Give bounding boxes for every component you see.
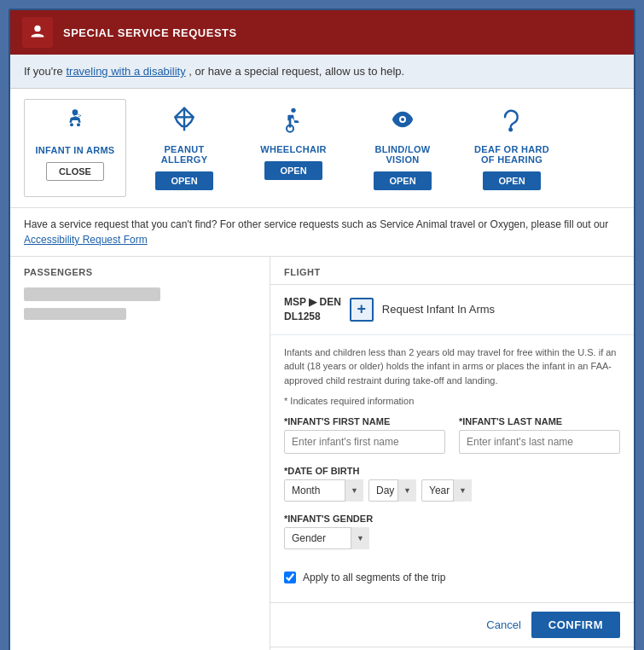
flight-route-1: MSP ▶ DEN DL1258 [284,295,341,324]
first-name-label: *INFANT'S FIRST NAME [284,416,445,427]
person-service-icon [28,23,47,42]
info-bar-text-before: If you're [24,65,66,78]
modal-header: SPECIAL SERVICE REQUESTS [10,10,634,55]
svg-text:<>: <> [73,112,82,119]
blind-low-vision-icon [389,106,416,139]
service-item-blind-low-vision[interactable]: BLIND/LOW VISION OPEN [351,99,454,197]
wheelchair-icon [280,106,307,139]
passenger-name-1 [24,287,160,301]
blind-low-vision-label: BLIND/LOW VISION [358,144,447,165]
gender-group: *INFANT'S GENDER Gender Male Female ▼ [284,514,620,549]
modal-title: SPECIAL SERVICE REQUESTS [63,26,237,39]
first-name-input[interactable] [284,430,445,454]
last-name-group: *INFANT'S LAST NAME [459,416,620,454]
apply-all-checkbox[interactable] [284,572,296,583]
apply-all-row: Apply to all segments of the trip [284,563,620,592]
service-item-deaf-hard-of-hearing[interactable]: DEAF OR HARD OF HEARING OPEN [461,99,563,197]
accessibility-note: Have a service request that you can't fi… [10,208,634,257]
dob-label: *DATE OF BIRTH [284,466,620,476]
wheelchair-label: WHEELCHAIR [260,144,327,154]
info-bar: If you're traveling with a disability , … [10,55,634,89]
passenger-name-2 [24,308,126,320]
passengers-panel: PASSENGERS [10,257,270,650]
flight-panel-title: FLIGHT [270,257,634,285]
svg-point-3 [77,123,80,126]
year-select-wrapper: Year ▼ [421,479,472,502]
month-select-wrapper: Month January February March April May J… [284,479,363,502]
infant-info-text: Infants and children less than 2 years o… [284,345,620,388]
flight-segment-1-add-button[interactable]: + [350,298,374,322]
gender-select-wrapper: Gender Male Female ▼ [284,527,369,549]
gender-select[interactable]: Gender Male Female [284,527,369,549]
confirm-button[interactable]: CONFIRM [531,612,620,638]
modal-container: SPECIAL SERVICE REQUESTS If you're trave… [9,9,635,650]
dob-row: Month January February March April May J… [284,479,620,502]
day-select-wrapper: Day ▼ [368,479,416,502]
service-item-infant-in-arms[interactable]: <> INFANT IN ARMS CLOSE [24,99,126,197]
svg-point-10 [401,118,404,121]
name-row: *INFANT'S FIRST NAME *INFANT'S LAST NAME [284,416,620,454]
accessibility-note-text: Have a service request that you can't fi… [24,218,608,230]
svg-point-2 [70,123,73,126]
svg-point-0 [34,26,40,32]
flight-segment-1-header: MSP ▶ DEN DL1258 + Request Infant In Arm… [270,285,634,335]
infant-in-arms-icon: <> [61,107,89,140]
deaf-hard-of-hearing-label: DEAF OR HARD OF HEARING [467,144,556,165]
disability-link[interactable]: traveling with a disability [66,65,185,78]
info-bar-text-after: , or have a special request, allow us to… [186,65,405,78]
wheelchair-open-button[interactable]: OPEN [264,161,322,180]
accessibility-request-form-link[interactable]: Accessibility Request Form [24,234,148,246]
day-select[interactable]: Day [368,479,416,502]
flight-segment-1: MSP ▶ DEN DL1258 + Request Infant In Arm… [270,285,634,647]
apply-all-label: Apply to all segments of the trip [303,572,445,583]
gender-label: *INFANT'S GENDER [284,514,620,524]
blind-low-vision-open-button[interactable]: OPEN [374,171,431,190]
passengers-panel-title: PASSENGERS [24,267,256,277]
flight-arrow-1: ▶ [309,296,316,308]
deaf-hard-of-hearing-open-button[interactable]: OPEN [483,171,540,190]
year-select[interactable]: Year [421,479,472,502]
peanut-allergy-label: PEANUT ALLERGY [140,144,229,165]
dob-group: *DATE OF BIRTH Month January February Ma… [284,466,620,502]
service-item-wheelchair[interactable]: WHEELCHAIR OPEN [242,99,345,197]
cancel-button[interactable]: Cancel [486,618,520,631]
infant-in-arms-label: INFANT IN ARMS [35,145,114,155]
flight-segment-1-request-label: Request Infant In Arms [382,303,495,316]
form-actions: Cancel CONFIRM [270,602,634,647]
service-item-peanut-allergy[interactable]: PEANUT ALLERGY OPEN [133,99,235,197]
month-select[interactable]: Month January February March April May J… [284,479,363,502]
flight-panel: FLIGHT MSP ▶ DEN DL1258 + Request Infant… [270,257,634,650]
header-icon-container [22,17,53,48]
infant-in-arms-close-button[interactable]: CLOSE [46,162,104,181]
svg-point-7 [291,108,295,113]
last-name-label: *INFANT'S LAST NAME [459,416,620,427]
peanut-allergy-icon [171,106,198,139]
infant-form: Infants and children less than 2 years o… [270,335,634,603]
first-name-group: *INFANT'S FIRST NAME [284,416,445,454]
svg-point-11 [509,129,512,131]
required-note: * Indicates required information [284,396,620,406]
service-icons-row: <> INFANT IN ARMS CLOSE PEANUT ALLERGY O… [10,89,634,208]
deaf-hard-of-hearing-icon [498,106,525,139]
main-content: PASSENGERS FLIGHT MSP ▶ DEN DL1258 + Req… [10,257,634,650]
last-name-input[interactable] [459,430,620,454]
peanut-allergy-open-button[interactable]: OPEN [155,171,212,190]
